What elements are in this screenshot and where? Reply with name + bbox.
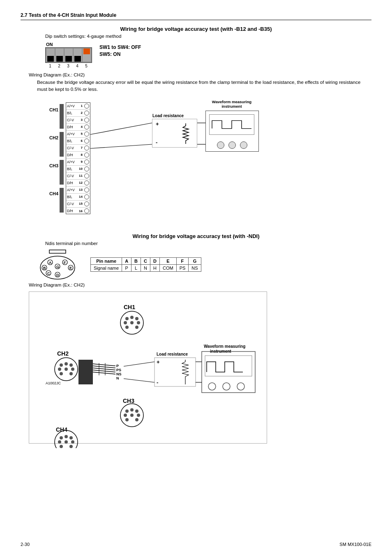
pin-f: F xyxy=(176,257,189,264)
terminal-block: A/+V 1 B/L 2 C/-V 3 D/H 4 A/+V 5 xyxy=(66,102,90,214)
svg-rect-4 xyxy=(60,104,64,129)
terminal-row-13: A/+V 13 xyxy=(66,187,90,194)
svg-text:G: G xyxy=(56,265,59,269)
terminal-row-4: D/H 4 xyxy=(66,124,90,131)
pin-table: Pin name A B C D E F G Signal name P L N… xyxy=(90,257,201,272)
svg-point-30 xyxy=(137,321,140,324)
svg-rect-42 xyxy=(78,360,93,384)
svg-rect-54 xyxy=(154,358,196,386)
signal-col-header: Signal name xyxy=(91,264,122,271)
term-num-13: 13 xyxy=(79,188,83,192)
d2-ch3-label: CH3 xyxy=(123,398,134,404)
terminal-row-12: D/H 12 xyxy=(66,180,90,187)
term-num-15: 15 xyxy=(79,202,83,206)
terminal-row-11: C/-V 11 xyxy=(66,173,90,180)
term-num-12: 12 xyxy=(79,181,83,185)
svg-point-34 xyxy=(60,363,63,367)
ndi-connector-wrap: A F B G E C D Pin name A B xyxy=(37,249,371,280)
resistor-symbol xyxy=(180,123,192,145)
ndi-connector-svg: A F B G E C D xyxy=(37,249,78,280)
svg-point-78 xyxy=(55,430,78,448)
svg-rect-60 xyxy=(202,352,255,393)
section-header-text: 2.7 Tests of the 4-CH Strain Input Modul… xyxy=(21,12,116,18)
dip-num-5: 5 xyxy=(82,64,90,68)
svg-point-40 xyxy=(60,372,63,375)
term-label-1: A/+V xyxy=(67,104,75,108)
svg-point-86 xyxy=(69,445,73,448)
dip-num-3: 3 xyxy=(64,64,72,68)
plus-label-1: + xyxy=(156,121,159,127)
svg-text:NS: NS xyxy=(116,372,122,376)
term-circle-14 xyxy=(84,194,89,199)
terminal-row-8: D/H 8 xyxy=(66,152,90,159)
term-circle-8 xyxy=(84,153,89,157)
page: 2.7 Tests of the 4-CH Strain Input Modul… xyxy=(0,0,392,555)
ch2-label: CH2 xyxy=(49,135,58,140)
dip-on-label: ON xyxy=(46,42,53,47)
svg-point-71 xyxy=(130,408,134,412)
d2-ch4-label: CH4 xyxy=(56,426,67,433)
svg-point-72 xyxy=(135,409,138,413)
svg-point-65 xyxy=(223,383,230,390)
d2-ch1-label: CH1 xyxy=(124,304,135,310)
terminal-row-14: B/L 14 xyxy=(66,194,90,201)
sw-labels: SW1 to SW4: OFF SW5: ON xyxy=(99,42,141,57)
svg-point-76 xyxy=(125,418,129,421)
dip-button-2 xyxy=(56,56,63,62)
pin-c: C xyxy=(141,257,150,264)
svg-text:PS: PS xyxy=(116,368,121,372)
pin-header-row: Pin name A B C D E F G xyxy=(91,257,201,264)
term-num-9: 9 xyxy=(81,160,83,164)
svg-point-79 xyxy=(60,436,63,439)
dip-slot-4 xyxy=(74,49,82,62)
svg-point-28 xyxy=(124,321,127,324)
term-label-9: A/+V xyxy=(67,160,75,164)
pin-a: A xyxy=(122,257,131,264)
svg-point-35 xyxy=(65,362,68,365)
svg-line-58 xyxy=(124,362,154,366)
svg-point-41 xyxy=(69,372,73,375)
svg-text:N: N xyxy=(116,376,119,380)
svg-line-1 xyxy=(90,144,152,148)
terminal-row-9: A/+V 9 xyxy=(66,159,90,166)
svg-rect-6 xyxy=(60,160,64,185)
terminal-row-7: C/-V 7 xyxy=(66,145,90,152)
term-circle-13 xyxy=(84,187,89,192)
dip-num-4: 4 xyxy=(73,64,81,68)
term-label-7: C/-V xyxy=(67,146,74,150)
signal-n-pin: N xyxy=(141,264,150,271)
svg-point-75 xyxy=(137,414,140,417)
dip-num-1: 1 xyxy=(46,64,54,68)
svg-line-46 xyxy=(93,370,115,372)
signal-com: COM xyxy=(159,264,176,271)
svg-text:D: D xyxy=(56,273,59,277)
term-label-2: B/L xyxy=(67,111,72,115)
ndis-desc: Ndis terminal pin number xyxy=(45,241,371,246)
terminal-row-3: C/-V 3 xyxy=(66,117,90,124)
term-circle-5 xyxy=(84,132,89,136)
load-resistance-box: Load resistance + - xyxy=(152,119,197,148)
dip-switch-wrap: ON 1 2 3 4 5 xyxy=(45,42,92,68)
pin-g: G xyxy=(189,257,201,264)
knob-2 xyxy=(228,141,236,149)
term-label-6: B/L xyxy=(67,139,72,143)
svg-rect-8 xyxy=(49,250,66,253)
term-circle-3 xyxy=(84,118,89,123)
signal-ps: PS xyxy=(176,264,189,271)
svg-text:B: B xyxy=(43,266,46,270)
diagram1: CH1 CH2 CH3 CH4 A/+V 1 B/L 2 C/-V 3 D/H xyxy=(37,98,267,226)
doc-number: SM MX100-01E xyxy=(339,542,371,547)
bridge-ndi-title: Wiring for bridge voltage accuracy test … xyxy=(21,233,371,239)
wiring-desc-1: Because the bridge voltage accuracy erro… xyxy=(37,79,371,93)
svg-text:+: + xyxy=(157,359,160,365)
term-num-3: 3 xyxy=(81,118,83,122)
term-label-10: B/L xyxy=(67,167,72,171)
section-header: 2.7 Tests of the 4-CH Strain Input Modul… xyxy=(21,12,371,20)
svg-point-29 xyxy=(130,321,134,324)
pin-b: B xyxy=(131,257,141,264)
page-number: 2-30 xyxy=(21,542,30,547)
term-num-14: 14 xyxy=(79,195,83,199)
svg-line-44 xyxy=(93,366,115,368)
page-footer: 2-30 SM MX100-01E xyxy=(21,542,371,547)
diagram2: CH1 CH2 A1002JC xyxy=(29,291,267,444)
